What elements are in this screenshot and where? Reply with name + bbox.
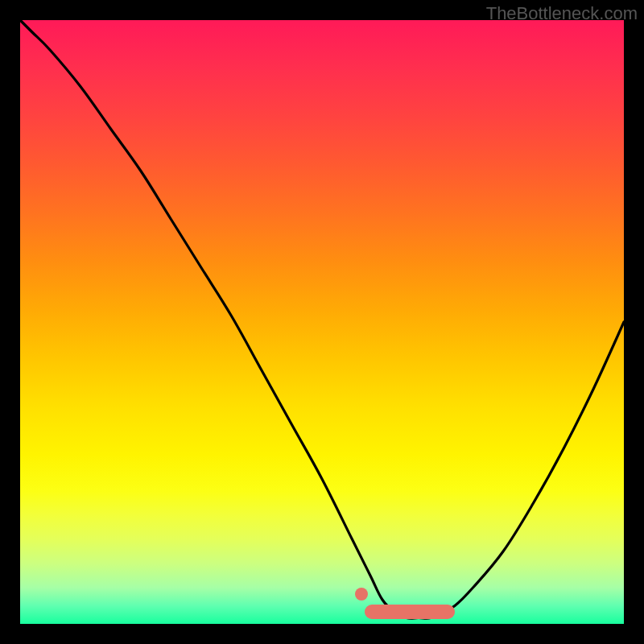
current-point-marker bbox=[355, 588, 368, 601]
chart-container: TheBottleneck.com bbox=[0, 0, 644, 644]
optimal-region-marker bbox=[365, 605, 456, 619]
watermark-text: TheBottleneck.com bbox=[486, 3, 638, 24]
plot-area bbox=[20, 20, 624, 624]
bottleneck-curve bbox=[20, 20, 624, 624]
